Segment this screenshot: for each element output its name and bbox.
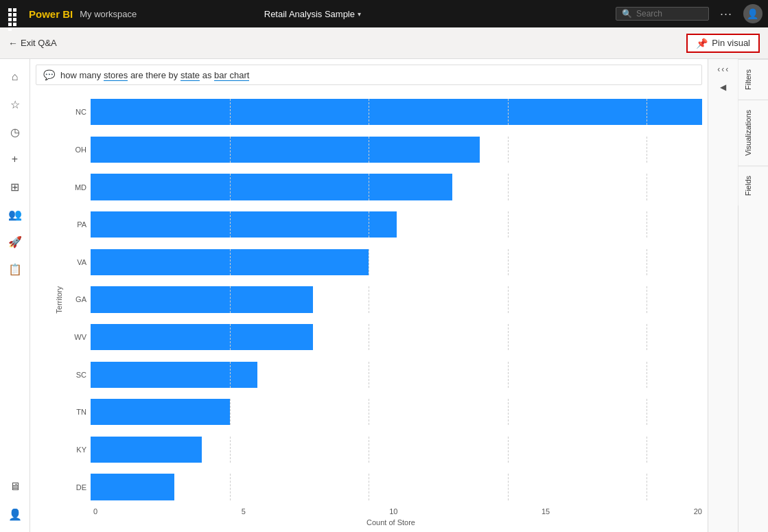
bar-fill-ga[interactable]: [91, 286, 313, 312]
bar-row-tn: TN: [66, 393, 702, 431]
bar-fill-de[interactable]: [91, 474, 174, 500]
bar-row-oh: OH: [66, 131, 702, 169]
qa-input-row[interactable]: 💬 how many stores are there by state as …: [36, 65, 702, 85]
bar-label-oh: OH: [66, 146, 91, 154]
exit-qa-label: Exit Q&A: [21, 38, 57, 48]
bar-fill-oh[interactable]: [91, 137, 480, 163]
right-chevron-icon[interactable]: ‹: [725, 65, 728, 74]
avatar-icon: 👤: [747, 8, 758, 19]
y-axis-label: Territory: [55, 286, 63, 314]
plus-icon: +: [12, 153, 18, 165]
grid-line: [230, 437, 231, 463]
tab-visualizations[interactable]: Visualizations: [738, 100, 769, 165]
sidebar-item-recent[interactable]: ◷: [3, 119, 27, 144]
bar-row-wv: WV: [66, 319, 702, 356]
tab-filters[interactable]: Filters: [738, 59, 769, 100]
grid-line: [647, 286, 647, 312]
grid-line: [508, 362, 509, 388]
grid-line: [369, 474, 369, 500]
bar-fill-va[interactable]: [91, 249, 369, 275]
bar-label-de: DE: [66, 483, 91, 491]
waffle-menu[interactable]: [5, 5, 22, 22]
bar-label-wv: WV: [66, 333, 91, 341]
pin-visual-button[interactable]: 📌 Pin visual: [686, 34, 760, 53]
sidebar-item-create[interactable]: +: [3, 147, 27, 172]
bar-fill-sc[interactable]: [91, 362, 257, 388]
right-panel-tabs: Filters Visualizations Fields: [738, 59, 769, 532]
workspace-label[interactable]: My workspace: [80, 9, 137, 19]
bar-track-oh: [91, 137, 702, 163]
grid-line: [508, 174, 509, 200]
grid-line: [647, 474, 647, 500]
bar-row-md: MD: [66, 168, 702, 206]
search-input[interactable]: [636, 9, 698, 19]
bar-label-pa: PA: [66, 220, 91, 229]
bar-track-va: [91, 249, 702, 275]
bar-track-ga: [91, 286, 702, 312]
left-chevron-icon[interactable]: ‹: [717, 65, 720, 74]
bar-fill-md[interactable]: [91, 174, 452, 200]
x-tick-10: 10: [389, 507, 397, 516]
pin-icon: 📌: [696, 38, 708, 49]
user-avatar[interactable]: 👤: [743, 4, 763, 23]
bar-fill-pa[interactable]: [91, 211, 397, 238]
sidebar-item-favorites[interactable]: ☆: [3, 92, 27, 117]
back-arrow-icon: ←: [8, 38, 18, 49]
pin-visual-label: Pin visual: [712, 38, 750, 48]
bar-label-ky: KY: [66, 446, 91, 454]
grid-line: [508, 249, 509, 275]
grid-line: [647, 137, 647, 163]
grid-line: [647, 249, 647, 275]
sidebar-item-apps[interactable]: ⊞: [3, 174, 27, 199]
x-tick-20: 20: [694, 507, 702, 516]
query-word-state: state: [181, 70, 200, 81]
x-tick-5: 5: [242, 507, 246, 516]
grid-line: [647, 399, 647, 425]
bar-track-nc: [91, 99, 702, 125]
report-title-text: Retail Analysis Sample: [264, 9, 355, 19]
profile-icon: 👤: [8, 508, 22, 521]
right-panel: ‹ ‹ ‹ ◀ Filters Visualizations Fields: [708, 59, 768, 532]
right-panel-controls: ‹ ‹ ‹ ◀: [708, 59, 738, 532]
bar-row-sc: SC: [66, 356, 702, 393]
bar-label-nc: NC: [66, 108, 91, 116]
grid-line: [508, 437, 509, 463]
sidebar-item-workspaces[interactable]: 📋: [3, 257, 27, 281]
search-icon: 🔍: [622, 9, 632, 19]
sidebar-item-learn[interactable]: 🚀: [3, 229, 27, 254]
grid-line: [647, 437, 647, 463]
exit-qa-button[interactable]: ← Exit Q&A: [8, 38, 57, 49]
bar-row-va: VA: [66, 244, 702, 281]
home-icon: ⌂: [12, 71, 19, 83]
star-icon: ☆: [10, 98, 20, 111]
apps-icon: ⊞: [10, 181, 19, 194]
grid-line: [508, 137, 509, 163]
bar-label-va: VA: [66, 258, 91, 266]
grid-line: [647, 174, 647, 200]
grid-line: [508, 474, 509, 500]
middle-chevron-icon[interactable]: ‹: [721, 65, 724, 74]
bar-track-tn: [91, 399, 702, 425]
x-axis-ticks-row: 05101520: [52, 507, 702, 516]
grid-line: [647, 211, 647, 238]
sidebar-item-deployment[interactable]: 🖥: [3, 474, 27, 499]
x-ticks: 05101520: [93, 507, 702, 516]
panel-collapse-controls: ‹ ‹ ‹: [717, 65, 728, 74]
sidebar-item-profile[interactable]: 👤: [3, 502, 27, 527]
grid-line: [369, 399, 369, 425]
qa-query-text: how many stores are there by state as ba…: [60, 70, 249, 80]
more-options-button[interactable]: ···: [714, 7, 738, 21]
bar-fill-nc[interactable]: [91, 99, 702, 125]
expand-arrow-icon[interactable]: ◀: [720, 82, 726, 92]
bar-row-ky: KY: [66, 431, 702, 469]
search-box[interactable]: 🔍: [616, 7, 709, 21]
bar-fill-tn[interactable]: [91, 399, 230, 425]
x-axis-label: Count of Store: [52, 518, 702, 527]
sidebar-item-shared[interactable]: 👥: [3, 202, 27, 227]
bar-fill-ky[interactable]: [91, 437, 202, 463]
tab-fields[interactable]: Fields: [738, 165, 769, 205]
bar-fill-wv[interactable]: [91, 324, 313, 350]
sidebar-item-home[interactable]: ⌂: [3, 65, 27, 89]
title-chevron[interactable]: ▾: [358, 10, 361, 18]
clock-icon: ◷: [10, 126, 20, 139]
